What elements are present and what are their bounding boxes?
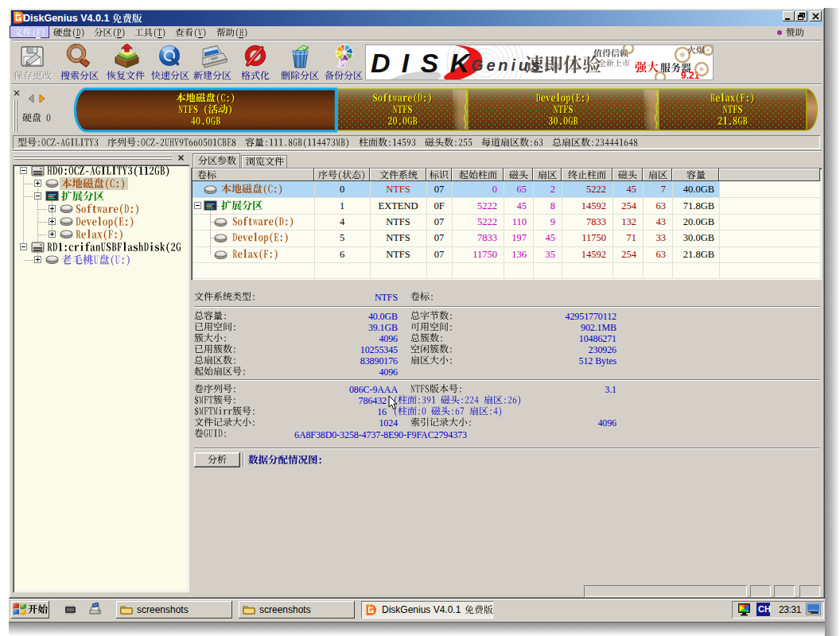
svg-text:DISK: DISK: [371, 48, 471, 78]
